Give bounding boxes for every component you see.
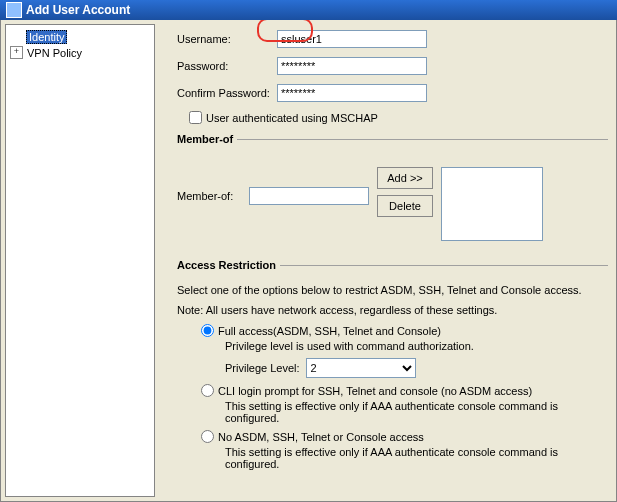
row-mschap: User authenticated using MSCHAP: [189, 111, 608, 124]
access-desc1: Select one of the options below to restr…: [177, 284, 608, 296]
member-of-legend: Member-of: [177, 133, 237, 145]
row-opt-cli: CLI login prompt for SSH, Telnet and con…: [201, 384, 608, 397]
privilege-level-label: Privilege Level:: [225, 362, 300, 374]
row-confirm-password: Confirm Password:: [177, 84, 608, 102]
access-desc2: Note: All users have network access, reg…: [177, 304, 608, 316]
app-icon: [6, 2, 22, 18]
username-label: Username:: [177, 33, 277, 45]
access-restriction-legend: Access Restriction: [177, 259, 280, 271]
form-pane: Username: Password: Confirm Password: Us…: [159, 20, 616, 501]
tree-item-vpn-policy[interactable]: + VPN Policy: [8, 45, 152, 60]
titlebar: Add User Account: [0, 0, 617, 20]
label-no-access: No ASDM, SSH, Telnet or Console access: [218, 431, 424, 443]
row-opt-full-access: Full access(ASDM, SSH, Telnet and Consol…: [201, 324, 608, 337]
member-of-listbox[interactable]: [441, 167, 543, 241]
tree-label-vpn-policy: VPN Policy: [27, 47, 82, 59]
member-of-label: Member-of:: [177, 190, 249, 202]
password-input[interactable]: [277, 57, 427, 75]
member-of-input[interactable]: [249, 187, 369, 205]
confirm-password-input[interactable]: [277, 84, 427, 102]
tree-item-identity[interactable]: Identity: [8, 29, 152, 45]
label-cli-login: CLI login prompt for SSH, Telnet and con…: [218, 385, 532, 397]
full-access-note: Privilege level is used with command aut…: [225, 340, 608, 352]
radio-cli-login[interactable]: [201, 384, 214, 397]
row-opt-none: No ASDM, SSH, Telnet or Console access: [201, 430, 608, 443]
password-label: Password:: [177, 60, 277, 72]
label-full-access: Full access(ASDM, SSH, Telnet and Consol…: [218, 325, 441, 337]
row-username: Username:: [177, 30, 608, 48]
add-button[interactable]: Add >>: [377, 167, 433, 189]
row-password: Password:: [177, 57, 608, 75]
confirm-password-label: Confirm Password:: [177, 87, 277, 99]
nav-tree: Identity + VPN Policy: [5, 24, 155, 497]
expand-icon[interactable]: +: [10, 46, 23, 59]
client-area: Identity + VPN Policy Username: Password…: [0, 20, 617, 502]
radio-no-access[interactable]: [201, 430, 214, 443]
cli-login-note: This setting is effective only if AAA au…: [225, 400, 608, 424]
privilege-level-select[interactable]: 2: [306, 358, 416, 378]
radio-full-access[interactable]: [201, 324, 214, 337]
username-input[interactable]: [277, 30, 427, 48]
mschap-checkbox[interactable]: [189, 111, 202, 124]
mschap-label: User authenticated using MSCHAP: [206, 112, 378, 124]
window-title: Add User Account: [26, 0, 130, 20]
no-access-note: This setting is effective only if AAA au…: [225, 446, 608, 470]
access-restriction-group: Access Restriction Select one of the opt…: [177, 259, 608, 480]
tree-label-identity: Identity: [26, 30, 67, 44]
member-of-group: Member-of Member-of: Add >> Delete: [177, 133, 608, 245]
delete-button[interactable]: Delete: [377, 195, 433, 217]
